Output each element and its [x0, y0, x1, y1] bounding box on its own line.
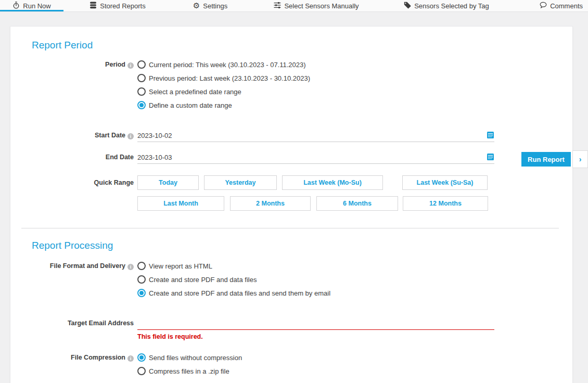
radio-selected-icon[interactable] — [137, 353, 146, 362]
radio-icon[interactable] — [137, 275, 146, 284]
radio-icon[interactable] — [137, 367, 146, 375]
report-settings-panel: Report Period Periodi Current period: Th… — [10, 26, 573, 383]
file-compression-row: File Compressioni Send files without com… — [10, 351, 242, 378]
comment-icon — [540, 2, 547, 10]
end-date-row: End Date 2023-10-03 — [10, 151, 494, 164]
file-compression-option-none[interactable]: Send files without compression — [137, 351, 242, 364]
quick-range-row-1: Quick Range Today Yesterday Last Week (M… — [10, 175, 488, 190]
end-date-label: End Date — [10, 151, 134, 163]
period-option-current[interactable]: Current period: This week (30.10.2023 - … — [137, 58, 310, 71]
tab-comments[interactable]: Comments — [509, 0, 588, 11]
calendar-icon[interactable] — [487, 132, 494, 140]
period-option-custom[interactable]: Define a custom date range — [137, 98, 310, 112]
quick-range-yesterday-button[interactable]: Yesterday — [204, 175, 277, 190]
section-divider — [21, 228, 559, 228]
period-option-previous[interactable]: Previous period: Last week (23.10.2023 -… — [137, 71, 310, 85]
radio-icon[interactable] — [137, 87, 146, 96]
tab-sensors-selected-by-tag[interactable]: Sensors Selected by Tag — [384, 0, 509, 11]
tab-label: Run Now — [23, 2, 50, 10]
tab-label: Settings — [203, 2, 227, 10]
target-email-input[interactable] — [137, 317, 494, 330]
sliders-icon — [274, 2, 281, 10]
tab-bar: Run Now Stored Reports ⚙ Settings Select… — [0, 0, 588, 12]
tab-label: Sensors Selected by Tag — [414, 2, 489, 10]
report-period-heading: Report Period — [32, 40, 93, 51]
radio-selected-icon[interactable] — [137, 101, 146, 109]
target-email-row: Target Email Address — [10, 317, 494, 330]
start-date-value: 2023-10-02 — [137, 132, 172, 139]
gear-icon: ⚙ — [193, 2, 200, 9]
quick-range-last-month-button[interactable]: Last Month — [137, 196, 224, 211]
quick-range-2-months-button[interactable]: 2 Months — [230, 196, 311, 211]
quick-range-6-months-button[interactable]: 6 Months — [316, 196, 398, 211]
info-icon[interactable]: i — [127, 355, 134, 362]
tab-label: Comments — [550, 2, 583, 10]
target-email-label: Target Email Address — [10, 317, 134, 329]
period-option-predefined[interactable]: Select a predefined date range — [137, 85, 310, 98]
radio-icon[interactable] — [137, 60, 146, 69]
target-email-error: This field is required. — [137, 333, 203, 340]
end-date-value: 2023-10-03 — [137, 154, 172, 161]
radio-icon[interactable] — [137, 262, 146, 270]
radio-selected-icon[interactable] — [137, 289, 146, 297]
file-compression-label: File Compressioni — [10, 351, 134, 364]
info-icon[interactable]: i — [127, 264, 134, 270]
tab-label: Select Sensors Manually — [284, 2, 359, 10]
file-format-option-html[interactable]: View report as HTML — [137, 259, 330, 273]
quick-range-last-week-su-sa-button[interactable]: Last Week (Su-Sa) — [402, 175, 488, 190]
radio-icon[interactable] — [137, 74, 146, 82]
file-compression-option-zip[interactable]: Compress files in a .zip file — [137, 364, 242, 378]
database-icon — [90, 2, 97, 10]
tag-icon — [404, 2, 411, 10]
run-report-button[interactable]: Run Report — [521, 152, 571, 167]
tab-label: Stored Reports — [100, 2, 145, 10]
start-date-input[interactable]: 2023-10-02 — [137, 129, 494, 142]
file-format-option-pdf[interactable]: Create and store PDF and data files — [137, 273, 330, 286]
quick-range-label: Quick Range — [10, 175, 134, 190]
panel-expand-handle[interactable]: › — [572, 150, 588, 168]
period-row: Periodi Current period: This week (30.10… — [10, 58, 310, 112]
calendar-icon[interactable] — [487, 154, 494, 162]
tab-stored-reports[interactable]: Stored Reports — [63, 0, 172, 11]
stopwatch-icon — [12, 2, 20, 10]
file-format-row: File Format and Deliveryi View report as… — [10, 259, 330, 300]
start-date-label: Start Datei — [10, 129, 134, 142]
file-format-option-pdf-email[interactable]: Create and store PDF and data files and … — [137, 286, 330, 300]
quick-range-today-button[interactable]: Today — [137, 175, 199, 190]
quick-range-last-week-mo-su-button[interactable]: Last Week (Mo-Su) — [282, 175, 383, 190]
quick-range-12-months-button[interactable]: 12 Months — [403, 196, 488, 211]
tab-settings[interactable]: ⚙ Settings — [172, 0, 249, 11]
info-icon[interactable]: i — [127, 62, 134, 69]
tab-select-sensors-manually[interactable]: Select Sensors Manually — [249, 0, 384, 11]
end-date-input[interactable]: 2023-10-03 — [137, 151, 494, 164]
chevron-right-icon: › — [579, 155, 582, 163]
info-icon[interactable]: i — [127, 133, 134, 139]
file-format-label: File Format and Deliveryi — [10, 259, 134, 273]
report-processing-heading: Report Processing — [32, 240, 113, 251]
quick-range-row-2: Last Month 2 Months 6 Months 12 Months — [10, 196, 488, 211]
tab-run-now[interactable]: Run Now — [0, 0, 63, 11]
period-label: Periodi — [10, 58, 134, 71]
start-date-row: Start Datei 2023-10-02 — [10, 129, 494, 142]
